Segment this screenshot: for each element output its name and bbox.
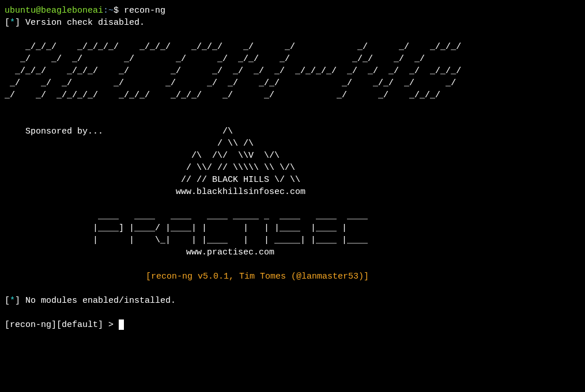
credits-line: [recon-ng v5.0.1, Tim Tomes (@lanmaster5… [5,271,580,283]
user-host: ubuntu@beagleboneai [5,6,103,16]
blackhills-ascii-banner: /\ / \\ /\ /\ /\/ \\V \/\ / \\/ // \\\\\… [5,125,580,198]
status-line-2: [*] No modules enabled/installed. [5,295,580,307]
recon-ng-ascii-banner: _/_/_/ _/_/_/_/ _/_/_/ _/_/_/ _/ _/ _/ _… [5,41,580,101]
shell-prompt-line: ubuntu@beagleboneai:~$ recon-ng [5,5,580,17]
status-star-icon: * [10,18,15,28]
cursor-icon [119,319,124,330]
prompt-symbol: $ [114,6,119,16]
practisec-ascii-banner: ____ ____ ____ ____ _____ _ ____ ____ __… [5,210,580,258]
command-text: recon-ng [124,6,165,16]
context-name: default [62,320,98,330]
status-star-icon: * [10,296,15,306]
status-text-2: No modules enabled/installed. [20,296,176,306]
status-text-1: Version check disabled. [20,18,145,28]
status-line-1: [*] Version check disabled. [5,17,580,29]
recon-shell-prompt[interactable]: [recon-ng][default] > [5,319,580,331]
app-name: recon-ng [10,320,51,330]
credits-text: [recon-ng v5.0.1, Tim Tomes (@lanmaster5… [5,272,369,281]
prompt-path: :~ [103,6,114,16]
